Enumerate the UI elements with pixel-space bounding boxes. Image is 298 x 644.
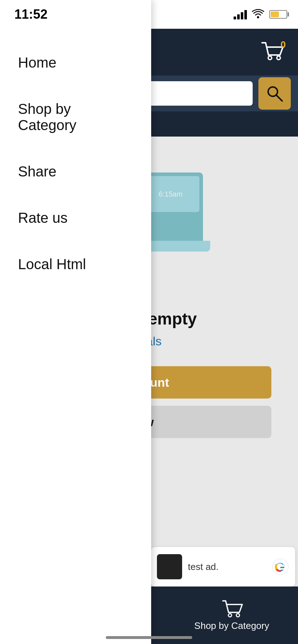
status-time: 11:52: [14, 7, 48, 22]
drawer-item-shop-by-category[interactable]: Shop by Category: [0, 86, 151, 148]
drawer-status-bar: 11:52: [0, 0, 151, 29]
drawer-item-home[interactable]: Home: [0, 40, 151, 86]
drawer-item-share[interactable]: Share: [0, 148, 151, 195]
drawer-nav: Home Shop by Category Share Rate us Loca…: [0, 29, 151, 298]
drawer-overlay: 11:52 Home Shop by Category Share Rate u…: [0, 0, 298, 644]
home-indicator: [106, 636, 192, 639]
drawer-item-local-html[interactable]: Local Html: [0, 241, 151, 288]
drawer-item-rate-us[interactable]: Rate us: [0, 195, 151, 241]
drawer-panel: 11:52 Home Shop by Category Share Rate u…: [0, 0, 151, 644]
